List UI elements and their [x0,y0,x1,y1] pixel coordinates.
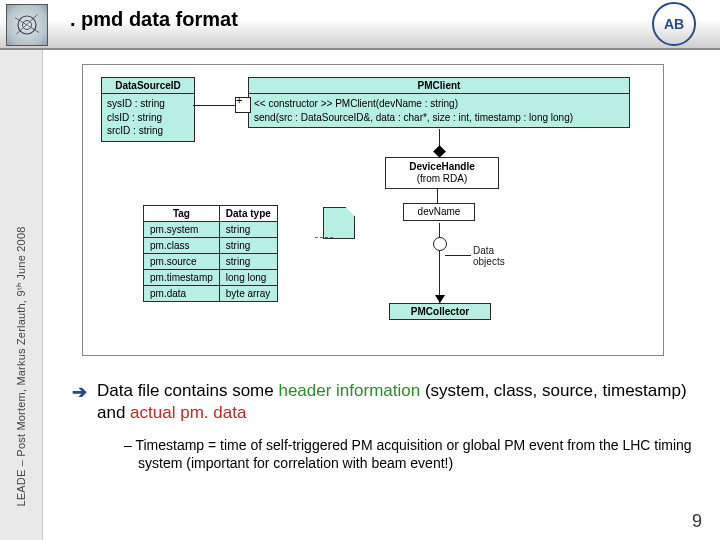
cern-logo [6,4,48,46]
sidebar-citation: LEADE – Post Mortem, Markus Zerlauth, 9ᵗ… [15,167,28,541]
connector-dashed [315,237,333,238]
ab-logo: AB [650,4,698,44]
bullet-main: ➔ Data file contains some header informa… [72,380,692,424]
uml-class-title: PMCollector [390,304,490,319]
cern-logo-icon [12,10,42,40]
ab-logo-text: AB [652,2,696,46]
table-header: Data type [219,206,277,222]
uml-class-title: PMClient [249,78,629,94]
page-number: 9 [692,511,702,532]
svg-line-2 [15,18,39,33]
uml-note-icon [323,207,355,239]
uml-class-datasourceid: DataSourceID sysID : string clsID : stri… [101,77,195,142]
uml-attr-devname: devName [403,203,475,221]
uml-class-body: sysID : string clsID : string srcID : st… [102,94,194,141]
header: . pmd data format AB [0,0,720,50]
table-header: Tag [144,206,220,222]
devicehandle-subtitle: (from RDA) [392,173,492,185]
uml-class-devicehandle: DeviceHandle (from RDA) [385,157,499,189]
uml-class-pmclient: PMClient << constructor >> PMClient(devN… [248,77,630,128]
bullet-text: Data file contains some header informati… [97,380,692,424]
uml-class-pmcollector: PMCollector [389,303,491,320]
sidebar: LEADE – Post Mortem, Markus Zerlauth, 9ᵗ… [0,0,43,540]
connector-plus: + [236,94,242,106]
devname-text: devName [418,206,461,217]
table-row: pm.databyte array [144,286,278,302]
connector [439,223,440,279]
arrowhead-icon [435,295,445,303]
data-objects-label: Data objects [473,245,505,267]
bullet-arrow-icon: ➔ [72,381,87,404]
uml-diagram: DataSourceID sysID : string clsID : stri… [82,64,664,356]
highlight-red: actual pm. data [130,403,246,422]
devicehandle-title: DeviceHandle [392,161,492,173]
connector-circle-icon [433,237,447,251]
page-title: . pmd data format [70,8,238,31]
table-row: pm.timestamplong long [144,270,278,286]
uml-class-body: << constructor >> PMClient(devName : str… [249,94,629,127]
bullet-sub: Timestamp = time of self-triggered PM ac… [124,436,692,472]
content: ➔ Data file contains some header informa… [72,380,692,473]
slide: LEADE – Post Mortem, Markus Zerlauth, 9ᵗ… [0,0,720,540]
uml-class-title: DataSourceID [102,78,194,94]
tag-datatype-table: Tag Data type pm.systemstring pm.classst… [143,205,278,302]
table-row: pm.sourcestring [144,254,278,270]
diamond-icon [433,145,446,158]
connector [437,188,438,203]
highlight-green: header information [278,381,420,400]
table-row: pm.classstring [144,238,278,254]
connector [445,255,471,256]
table-row: pm.systemstring [144,222,278,238]
